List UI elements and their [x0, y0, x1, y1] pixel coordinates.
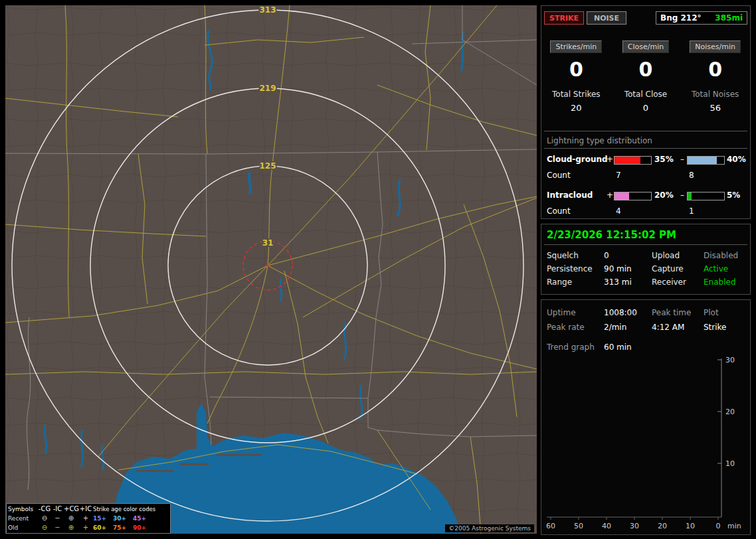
- intracloud-row: Intracloud + 20% – 5%: [541, 191, 750, 204]
- peak-rate-value: 2/min: [604, 323, 626, 332]
- ic-positive-count: 4: [616, 206, 621, 216]
- peak-rate-label: Peak rate: [547, 323, 585, 332]
- capture-status: Active: [704, 264, 728, 273]
- close-per-min-value: 0: [639, 58, 653, 81]
- rate-labels-row: Strikes/min Close/min Noises/min: [541, 40, 750, 53]
- legend-col-ncg: -CG: [38, 506, 51, 512]
- legend-col-pcg: +CG: [64, 506, 78, 512]
- range-value: 313 mi: [604, 277, 632, 287]
- cloud-ground-count-row: Count 7 8: [541, 171, 750, 184]
- intracloud-label: Intracloud: [547, 191, 593, 200]
- section-divider: [544, 244, 747, 245]
- upload-label: Upload: [652, 251, 680, 260]
- total-noises-value: 56: [709, 103, 721, 113]
- recent-pic-icon: +: [78, 515, 93, 522]
- squelch-label: Squelch: [547, 251, 579, 260]
- ic-negative-percent: 5%: [727, 191, 740, 200]
- session-row: Uptime 1008:00 Peak time Plot: [541, 308, 750, 320]
- session-row: Peak rate 2/min 4:12 AM Strike: [541, 323, 750, 335]
- peak-time-label: Peak time: [652, 308, 691, 317]
- legend-col-pic: +IC: [78, 506, 93, 512]
- cg-positive-bar-fill: [614, 157, 640, 164]
- totals-labels-row: Total Strikes Total Close Total Noises: [541, 90, 750, 99]
- noises-per-min-button[interactable]: Noises/min: [690, 40, 741, 53]
- map-canvas[interactable]: 313 219 125 31: [5, 5, 537, 534]
- persistence-value: 90 min: [604, 264, 632, 273]
- copyright-notice: ©2005 Astrogenic Systems: [445, 524, 534, 532]
- cg-positive-count: 7: [616, 171, 621, 180]
- close-per-min-button[interactable]: Close/min: [622, 40, 669, 53]
- ic-negative-bar-fill: [688, 193, 692, 200]
- status-row: Persistence 90 min Capture Active: [541, 264, 750, 276]
- age-30: 30+: [113, 515, 133, 522]
- x-tick-0: 0: [716, 522, 721, 530]
- recent-pcg-icon: ⊕: [64, 515, 78, 522]
- totals-values-row: 20 0 56: [541, 103, 750, 113]
- cg-positive-percent: 35%: [654, 155, 674, 164]
- upload-status: Disabled: [704, 251, 738, 260]
- ic-positive-percent: 20%: [654, 191, 674, 200]
- legend-recent-label: Recent: [8, 515, 38, 522]
- recent-ncg-icon: ⊖: [38, 515, 51, 522]
- old-nic-icon: −: [51, 524, 64, 531]
- strike-button[interactable]: STRIKE: [544, 11, 584, 25]
- x-tick-20: 20: [658, 522, 667, 530]
- receiver-status-box: 2/23/2026 12:15:02 PM Squelch 0 Upload D…: [541, 224, 751, 295]
- datetime-display: 2/23/2026 12:15:02 PM: [547, 229, 676, 241]
- legend-old-label: Old: [8, 524, 38, 531]
- total-noises-label: Total Noises: [692, 90, 739, 99]
- range-label: Range: [547, 277, 572, 287]
- distribution-title: Lightning type distribution: [544, 136, 747, 149]
- noises-per-min-value: 0: [708, 58, 722, 81]
- noise-button[interactable]: NOISE: [587, 11, 626, 25]
- ic-positive-bar: [614, 192, 652, 200]
- peak-time-value: 4:12 AM: [652, 323, 684, 332]
- cg-negative-bar: [687, 156, 725, 165]
- trend-graph-label: Trend graph: [547, 343, 595, 352]
- bearing-distance-display: Bng 212° 385mi: [656, 11, 747, 25]
- capture-label: Capture: [652, 264, 684, 273]
- minus-sign: –: [680, 155, 684, 164]
- strike-stats-box: STRIKE NOISE Bng 212° 385mi Strikes/min …: [541, 5, 751, 219]
- symbols-legend: Symbols -CG -IC +CG +IC Strike age color…: [6, 503, 171, 534]
- minus-sign: –: [680, 191, 684, 200]
- total-strikes-label: Total Strikes: [552, 90, 601, 99]
- lightning-map[interactable]: 313 219 125 31 Symbols -CG -IC +CG +IC S…: [5, 5, 537, 534]
- plot-label: Plot: [704, 308, 719, 317]
- age-60: 60+: [93, 524, 113, 531]
- count-label: Count: [547, 206, 571, 216]
- ring-label-219: 219: [259, 84, 276, 93]
- ring-label-313: 313: [259, 5, 276, 15]
- count-label: Count: [547, 171, 571, 180]
- strikes-per-min-value: 0: [569, 58, 583, 81]
- trend-graph: 30 20 10 60 50 40 30 20 10 0 min: [541, 353, 750, 534]
- x-axis-unit: min: [727, 522, 741, 530]
- cg-positive-bar: [614, 156, 652, 165]
- total-close-label: Total Close: [624, 90, 668, 99]
- rate-values-row: 0 0 0: [541, 58, 750, 81]
- uptime-value: 1008:00: [604, 308, 637, 317]
- old-pic-icon: +: [78, 524, 93, 531]
- section-divider: [544, 131, 747, 131]
- y-tick-30: 30: [725, 356, 735, 364]
- intracloud-count-row: Count 4 1: [541, 206, 750, 220]
- cloud-ground-label: Cloud-ground: [547, 155, 608, 164]
- ring-label-125: 125: [259, 161, 276, 171]
- x-tick-40: 40: [602, 522, 611, 530]
- x-tick-60: 60: [546, 522, 555, 530]
- age-90: 90+: [133, 524, 159, 531]
- plot-value: Strike: [704, 323, 727, 332]
- recent-nic-icon: −: [51, 515, 64, 522]
- receiver-center-marker: [266, 264, 269, 267]
- receiver-status: Enabled: [704, 277, 736, 287]
- age-45: 45+: [133, 515, 159, 522]
- strikes-per-min-button[interactable]: Strikes/min: [550, 40, 602, 53]
- x-tick-10: 10: [686, 522, 695, 530]
- total-strikes-value: 20: [571, 103, 582, 113]
- ring-label-31: 31: [262, 238, 274, 248]
- trend-graph-value: 60 min: [604, 343, 632, 352]
- status-row: Squelch 0 Upload Disabled: [541, 251, 750, 263]
- ic-negative-bar: [687, 192, 725, 200]
- bearing-value: Bng 212°: [660, 13, 702, 23]
- total-close-value: 0: [643, 103, 648, 113]
